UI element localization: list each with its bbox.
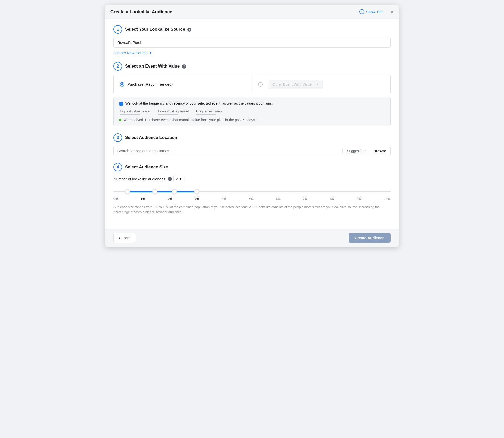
section-1-header: 1 Select Your Lookalike Source i — [113, 25, 391, 34]
browse-button[interactable]: Browse — [373, 149, 386, 153]
other-event-dropdown[interactable]: Other Event With Value ▼ — [269, 80, 323, 89]
show-tips-label: Show Tips — [366, 10, 383, 14]
slider-label-3: 3% — [195, 197, 199, 201]
purchase-label: Purchase (Recommended) — [127, 82, 173, 86]
info-box-text: We look at the frequency and recency of … — [125, 101, 273, 105]
cancel-button[interactable]: Cancel — [113, 233, 136, 243]
audience-size-row: Number of lookalike audiences i 3 ▼ — [113, 176, 391, 182]
slider-label-9: 9% — [357, 197, 362, 201]
slider-thumb-0[interactable] — [125, 189, 130, 194]
create-audience-button[interactable]: Create Audience — [349, 233, 391, 243]
modal: Create a Lookalike Audience › Show Tips … — [105, 5, 399, 247]
section-2-title: Select an Event With Value i — [125, 64, 186, 69]
slider-hint: Audience size ranges from 1% to 10% of t… — [113, 205, 391, 214]
metric-lowest: Lowest value passed — [158, 109, 189, 115]
slider-label-1: 1% — [141, 197, 145, 201]
slider-label-0: 0% — [113, 197, 118, 201]
create-new-source-button[interactable]: Create New Source ▼ — [113, 51, 391, 55]
create-new-source-label: Create New Source — [114, 51, 148, 55]
metric-unique-label: Unique customers — [196, 109, 223, 113]
section-2: 2 Select an Event With Value i Purchase … — [113, 62, 391, 126]
section-1: 1 Select Your Lookalike Source i Create … — [113, 25, 391, 55]
event-option-other[interactable]: Other Event With Value ▼ — [252, 75, 390, 94]
modal-title: Create a Lookalike Audience — [110, 9, 172, 15]
location-search-container: Suggestions | Browse — [113, 146, 391, 156]
modal-body: 1 Select Your Lookalike Source i Create … — [105, 19, 399, 229]
slider-track — [113, 191, 391, 192]
slider-fill — [127, 191, 197, 192]
info-blue-icon: i — [119, 102, 123, 106]
slider-label-8: 8% — [330, 197, 335, 201]
section-4-title: Select Audience Size — [125, 165, 168, 170]
audience-size-text: Number of lookalike audiences — [113, 177, 165, 181]
audience-count-dropdown[interactable]: 3 ▼ — [173, 176, 185, 182]
dropdown-arrow-icon: ▼ — [149, 51, 152, 55]
info-box-header: i We look at the frequency and recency o… — [119, 101, 385, 106]
received-prefix: We received — [123, 118, 143, 122]
section-3-header: 3 Select Audience Location — [113, 133, 391, 142]
section-4: 4 Select Audience Size Number of lookali… — [113, 163, 391, 215]
section-4-header: 4 Select Audience Size — [113, 163, 391, 171]
slider-label-5: 5% — [249, 197, 254, 201]
source-input[interactable] — [113, 38, 391, 48]
show-tips-button[interactable]: › Show Tips — [359, 9, 383, 14]
location-search-input[interactable] — [114, 146, 342, 156]
slider-label-7: 7% — [303, 197, 308, 201]
received-suffix: Purchase events that contain value from … — [145, 118, 256, 122]
event-info-box: i We look at the frequency and recency o… — [113, 97, 391, 126]
slider-label-10: 10% — [384, 197, 391, 201]
audience-size-info-icon[interactable]: i — [168, 177, 172, 181]
metric-unique-bar — [196, 114, 216, 115]
metric-unique: Unique customers — [196, 109, 223, 115]
audience-count-value: 3 — [176, 177, 178, 181]
slider-thumb-1[interactable] — [152, 189, 157, 194]
modal-header: Create a Lookalike Audience › Show Tips … — [105, 5, 399, 19]
purchase-radio[interactable] — [120, 82, 124, 87]
suggestions-label: Suggestions — [347, 149, 366, 153]
metric-lowest-label: Lowest value passed — [158, 109, 189, 113]
count-dropdown-arrow: ▼ — [179, 177, 182, 180]
step-2-info-icon[interactable]: i — [182, 64, 186, 69]
event-option-purchase[interactable]: Purchase (Recommended) — [114, 75, 252, 94]
section-1-title: Select Your Lookalike Source i — [125, 27, 191, 32]
slider-labels: 0% 1% 2% 3% 4% 5% 6% 7% 8% 9% 10% — [113, 197, 391, 201]
step-4-circle: 4 — [113, 163, 122, 171]
step-1-circle: 1 — [113, 25, 122, 34]
slider-track-wrapper — [113, 189, 391, 197]
metric-highest-label: Highest value passed — [120, 109, 151, 113]
event-options: Purchase (Recommended) Other Event With … — [113, 75, 391, 94]
metric-lowest-bar — [158, 114, 178, 115]
received-row: We received Purchase events that contain… — [119, 118, 385, 122]
close-button[interactable]: × — [390, 9, 394, 15]
metric-highest-bar — [120, 114, 140, 115]
other-event-dropdown-arrow: ▼ — [316, 83, 319, 86]
step-3-circle: 3 — [113, 133, 122, 142]
section-3-title: Select Audience Location — [125, 135, 177, 140]
green-dot-icon — [119, 119, 121, 121]
metrics-bars-row: Highest value passed Lowest value passed… — [119, 109, 385, 115]
modal-footer: Cancel Create Audience — [105, 229, 399, 247]
slider-label-4: 4% — [222, 197, 226, 201]
section-2-header: 2 Select an Event With Value i — [113, 62, 391, 71]
metric-highest: Highest value passed — [120, 109, 151, 115]
slider-thumb-3[interactable] — [194, 189, 199, 194]
chevron-circle-icon: › — [359, 9, 364, 14]
slider-container: 0% 1% 2% 3% 4% 5% 6% 7% 8% 9% 10% Audien… — [113, 187, 391, 215]
step-1-info-icon[interactable]: i — [187, 28, 191, 32]
slider-label-2: 2% — [168, 197, 172, 201]
location-actions: Suggestions | Browse — [342, 149, 390, 153]
slider-label-6: 6% — [276, 197, 281, 201]
section-3: 3 Select Audience Location Suggestions |… — [113, 133, 391, 156]
other-event-label: Other Event With Value — [272, 82, 312, 86]
step-2-circle: 2 — [113, 62, 122, 71]
other-event-radio[interactable] — [258, 82, 263, 87]
slider-thumb-2[interactable] — [172, 189, 177, 194]
